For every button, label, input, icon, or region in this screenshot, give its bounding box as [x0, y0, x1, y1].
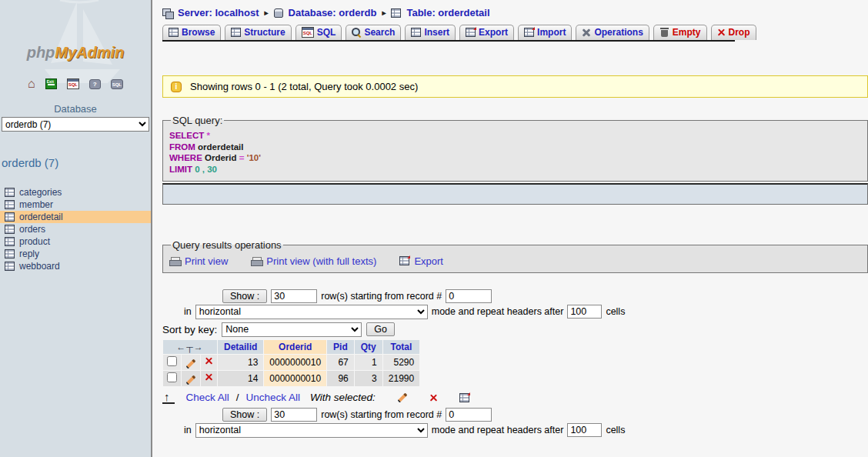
tab-label: Import: [537, 27, 566, 38]
sql-operator: =: [239, 153, 245, 162]
tab-empty[interactable]: Empty: [653, 25, 707, 40]
sql-line: FROM orderdetail: [169, 142, 861, 153]
rows-count-input[interactable]: [271, 289, 317, 303]
database-select[interactable]: orderdb (7): [2, 117, 149, 132]
table-link-label: member: [19, 199, 53, 210]
show-button[interactable]: Show :: [222, 408, 267, 422]
sql-star: *: [207, 131, 210, 140]
sort-key-select[interactable]: None: [222, 322, 362, 337]
sql-identifier: orderdetail: [198, 142, 243, 152]
go-button[interactable]: Go: [366, 322, 395, 336]
tab-label: SQL: [317, 27, 336, 38]
check-all-link[interactable]: Check All: [186, 392, 229, 403]
column-header-detailid: Detailid: [218, 340, 263, 354]
sql-keyword: WHERE: [169, 153, 202, 162]
sidebar-item-webboard[interactable]: webboard: [0, 260, 151, 272]
tab-label: Empty: [673, 27, 701, 38]
mode-text: mode and repeat headers after: [432, 306, 564, 317]
print-view-full-link[interactable]: Print view (with full texts): [251, 255, 376, 267]
sql-bubble-icon[interactable]: SQL: [111, 79, 123, 89]
sort-row: Sort by key: None Go: [162, 322, 868, 337]
table-icon: [5, 200, 15, 209]
row-delete-cell: [201, 355, 217, 370]
tab-search[interactable]: Search: [346, 25, 401, 40]
column-nav-icon[interactable]: ←┬→: [176, 342, 204, 352]
breadcrumb-server[interactable]: Server: localhost: [178, 7, 259, 18]
row-edit-cell: [182, 355, 200, 370]
sql-footer-bar: [162, 183, 868, 205]
help-bubble-icon[interactable]: ?: [89, 79, 101, 89]
search-icon: [352, 28, 361, 37]
sort-link-detailid[interactable]: Detailid: [224, 342, 257, 352]
with-selected-label: With selected:: [310, 392, 376, 403]
mode-text: mode and repeat headers after: [432, 425, 564, 435]
pagination-top-row2: in horizontal mode and repeat headers af…: [184, 305, 868, 319]
mode-select[interactable]: horizontal: [195, 305, 428, 319]
sort-link-qty[interactable]: Qty: [361, 342, 376, 352]
sidebar-item-categories[interactable]: categories: [0, 186, 151, 198]
breadcrumb-database[interactable]: Database: orderdb: [289, 7, 377, 18]
tab-operations[interactable]: Operations: [576, 25, 649, 40]
table-icon: [5, 225, 15, 234]
sidebar-item-member[interactable]: member: [0, 198, 151, 211]
structure-icon: [231, 28, 241, 37]
delete-x-icon[interactable]: [205, 373, 213, 382]
delete-x-icon[interactable]: [205, 357, 213, 365]
sort-link-pid[interactable]: Pid: [333, 342, 348, 352]
sidebar-item-orderdetail[interactable]: orderdetail: [0, 211, 151, 223]
operations-icon: [582, 28, 591, 37]
table-icon: [5, 249, 15, 259]
sql-query-legend: SQL query:: [171, 115, 224, 126]
table-icon: [5, 212, 15, 222]
sql-window-icon[interactable]: [67, 78, 79, 89]
export-link[interactable]: Export: [399, 255, 443, 267]
repeat-headers-input[interactable]: [567, 423, 602, 437]
edit-pencil-icon[interactable]: [186, 375, 196, 385]
print-view-link[interactable]: Print view: [169, 255, 228, 267]
sql-identifier: Orderid: [205, 153, 237, 162]
breadcrumb-table[interactable]: Table: orderdetail: [406, 7, 489, 18]
table-link-label: reply: [19, 249, 39, 259]
tab-structure[interactable]: Structure: [225, 25, 291, 40]
cells-label: cells: [606, 425, 625, 435]
sidebar-item-product[interactable]: product: [0, 235, 151, 248]
row-checkbox[interactable]: [167, 356, 177, 366]
edit-selected-icon[interactable]: [397, 393, 407, 403]
start-record-input[interactable]: [446, 289, 492, 303]
edit-pencil-icon[interactable]: [186, 359, 196, 369]
database-heading[interactable]: orderdb (7): [2, 156, 151, 169]
repeat-headers-input[interactable]: [567, 305, 602, 319]
browse-icon: [169, 28, 179, 37]
sql-query-box: SQL query: SELECT * FROM orderdetail WHE…: [162, 115, 868, 182]
tab-browse[interactable]: Browse: [162, 25, 221, 40]
phpmyadmin-logo[interactable]: phpMyAdmin: [0, 44, 151, 62]
exit-icon[interactable]: [45, 78, 57, 89]
row-checkbox[interactable]: [167, 372, 177, 382]
delete-selected-icon[interactable]: [429, 393, 438, 402]
sort-by-key-label: Sort by key:: [162, 324, 217, 335]
printer-icon: [251, 257, 262, 265]
sidebar-item-reply[interactable]: reply: [0, 248, 151, 260]
sort-link-orderid[interactable]: Orderid: [279, 342, 312, 352]
export-selected-icon[interactable]: [459, 393, 469, 402]
table-icon: [391, 8, 401, 18]
status-message: i Showing rows 0 - 1 (2 total, Query too…: [162, 75, 868, 98]
tab-insert[interactable]: Insert: [405, 25, 456, 40]
tab-export[interactable]: Export: [459, 25, 514, 40]
check-all-row: ↑ Check All / Uncheck All With selected:: [162, 392, 868, 404]
sidebar-item-orders[interactable]: orders: [0, 223, 151, 235]
tab-import[interactable]: Import: [518, 25, 572, 40]
mode-select[interactable]: horizontal: [195, 423, 428, 438]
tab-drop[interactable]: Drop: [711, 25, 756, 40]
home-icon[interactable]: ⌂: [28, 78, 35, 89]
start-record-input[interactable]: [446, 408, 492, 422]
table-link-label: product: [19, 236, 50, 247]
tab-sql[interactable]: SQL: [295, 25, 342, 40]
table-link-label: webboard: [19, 261, 60, 272]
show-button[interactable]: Show :: [222, 289, 267, 303]
column-header-qty: Qty: [355, 340, 382, 354]
rows-count-input[interactable]: [271, 408, 317, 422]
cell-detailid: 14: [218, 371, 263, 386]
sort-link-total[interactable]: Total: [391, 342, 412, 352]
uncheck-all-link[interactable]: Uncheck All: [246, 392, 301, 403]
